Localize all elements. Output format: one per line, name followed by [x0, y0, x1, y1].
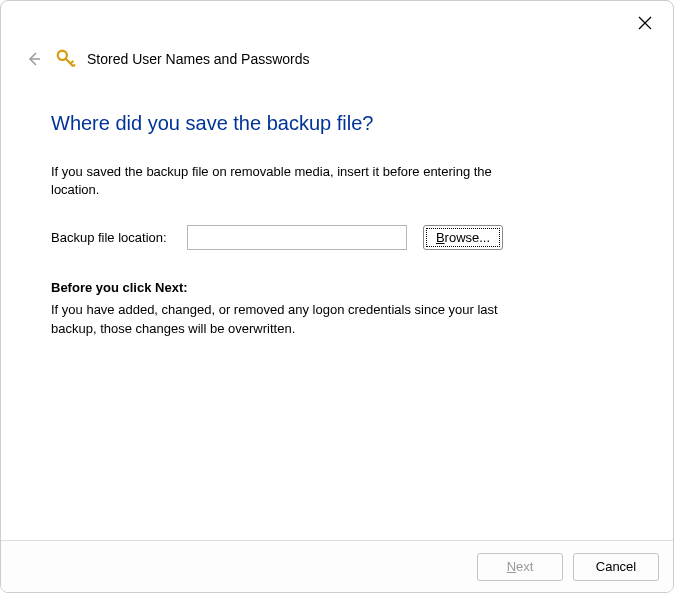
- warning-heading: Before you click Next:: [51, 280, 623, 295]
- warning-text: If you have added, changed, or removed a…: [51, 301, 531, 337]
- window-title: Stored User Names and Passwords: [87, 51, 310, 67]
- next-mnemonic: N: [507, 559, 516, 574]
- content-area: Where did you save the backup file? If y…: [1, 112, 673, 338]
- file-location-row: Backup file location: Browse...: [51, 225, 623, 250]
- file-location-label: Backup file location:: [51, 230, 171, 245]
- close-button[interactable]: [635, 13, 655, 33]
- next-button[interactable]: Next: [477, 553, 563, 581]
- footer-bar: Next Cancel: [1, 540, 673, 592]
- instruction-text: If you saved the backup file on removabl…: [51, 163, 531, 199]
- header-bar: Stored User Names and Passwords: [1, 1, 673, 70]
- file-location-input[interactable]: [187, 225, 407, 250]
- svg-point-3: [58, 51, 67, 60]
- next-label-rest: ext: [516, 559, 533, 574]
- page-heading: Where did you save the backup file?: [51, 112, 623, 135]
- key-icon: [55, 48, 77, 70]
- svg-line-5: [71, 61, 74, 64]
- browse-label-rest: rowse...: [445, 230, 491, 245]
- cancel-button[interactable]: Cancel: [573, 553, 659, 581]
- back-button[interactable]: [25, 50, 43, 68]
- svg-line-6: [73, 65, 75, 67]
- back-arrow-icon: [26, 51, 42, 67]
- browse-mnemonic: B: [436, 230, 445, 245]
- browse-button[interactable]: Browse...: [423, 225, 503, 250]
- close-icon: [638, 16, 652, 30]
